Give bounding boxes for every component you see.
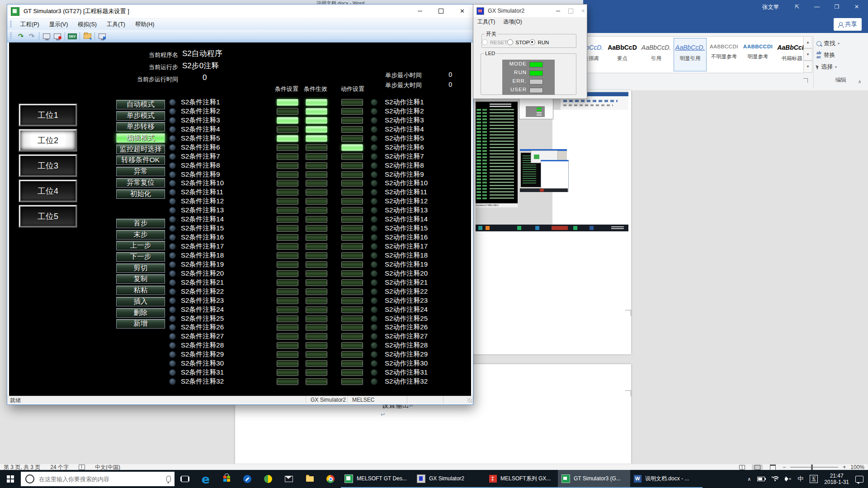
step-edit-button[interactable]: 复制 (116, 274, 165, 284)
ribbon-options-icon[interactable]: ⇱ (790, 3, 804, 11)
word-account-name[interactable]: 张文苹 (762, 4, 779, 11)
gt-titlebar[interactable]: GT Simulator3 (GT27) [工程标题未设置 ] ✕ (7, 5, 473, 18)
replace-button[interactable]: abac 替换 (816, 49, 865, 61)
taskbar-app-button[interactable]: 说明文档.docx - ... (630, 470, 703, 488)
dialog-launcher-icon[interactable] (803, 78, 808, 83)
gt-menu-item[interactable]: 帮助(H) (130, 21, 159, 28)
step-edit-button[interactable]: 剪切 (116, 263, 165, 273)
gt-menu-item[interactable]: 模拟(S) (73, 21, 102, 28)
proofing-icon[interactable] (79, 465, 85, 470)
zoom-in-button[interactable]: + (843, 464, 846, 470)
zoom-slider-thumb[interactable] (811, 465, 813, 470)
step-edit-button[interactable]: 删除 (116, 308, 165, 318)
clock[interactable]: 21:47 2018-1-31 (824, 473, 849, 485)
gx-menu-item[interactable]: 选项(O) (499, 18, 526, 26)
file-explorer-icon[interactable] (299, 470, 320, 488)
mode-button[interactable]: 转移条件OK (116, 155, 165, 165)
input-method-indicator[interactable]: 中 (797, 475, 803, 483)
start-button[interactable] (0, 470, 21, 488)
gallery-down-button[interactable]: ▼ (803, 48, 812, 61)
chrome-icon[interactable] (320, 470, 341, 488)
microphone-icon[interactable] (166, 476, 171, 482)
step-edit-button[interactable]: 上一步 (116, 241, 165, 250)
toolbar-separator[interactable] (65, 32, 65, 40)
word-minimize-button[interactable]: — (810, 3, 824, 11)
zoom-out-button[interactable]: − (783, 464, 786, 470)
open-project-icon[interactable] (82, 31, 92, 41)
print-layout-button[interactable] (752, 465, 763, 470)
store-icon[interactable] (216, 470, 237, 488)
simulate-stop-icon[interactable] (27, 31, 37, 41)
station-button[interactable]: 工位3 (19, 155, 77, 177)
find-button[interactable]: 查找 ▾ (816, 38, 865, 49)
web-layout-button[interactable] (767, 465, 778, 470)
mode-button[interactable]: 异常复位 (116, 178, 165, 188)
taskbar-app-button[interactable]: MELSOFT GT Des... (341, 470, 413, 488)
station-button[interactable]: 工位5 (19, 205, 77, 227)
read-mode-button[interactable] (736, 465, 747, 470)
step-edit-button[interactable]: 新增 (116, 319, 165, 328)
edge-icon[interactable] (195, 470, 216, 488)
switch-radio[interactable]: RUN (529, 39, 549, 45)
gallery-more-button[interactable]: ▼ (803, 61, 812, 73)
style-gallery-item[interactable]: AaBbCcD 要点 (606, 38, 639, 71)
gt-close-button[interactable]: ✕ (452, 5, 473, 18)
settings-tool-icon[interactable] (237, 470, 258, 488)
music-icon[interactable] (258, 470, 278, 488)
style-gallery-item[interactable]: AABBCCDI 不明显参考 (708, 38, 741, 71)
gt-minimize-button[interactable] (409, 5, 430, 18)
toolbar-separator[interactable] (80, 32, 80, 40)
resize-grip[interactable] (467, 398, 472, 403)
ime-mode-indicator[interactable]: 五 (810, 475, 818, 483)
collapse-ribbon-icon[interactable]: ∧ (858, 79, 861, 84)
mode-button[interactable]: 编辑模式 (116, 133, 165, 143)
step-edit-button[interactable]: 下一步 (116, 252, 165, 262)
station-button[interactable]: 工位1 (19, 104, 77, 126)
gt-menu-item[interactable]: 工具(T) (102, 21, 130, 28)
style-gallery-item[interactable]: AABBCCDI 明显参考 (741, 38, 774, 71)
share-button[interactable]: 共享 (834, 18, 862, 31)
switch-radio[interactable]: RESET (482, 39, 507, 45)
action-center-icon[interactable] (855, 476, 863, 483)
mode-button[interactable]: 单步转移 (116, 122, 165, 131)
taskbar-app-button[interactable]: GT Simulator3 (G... (558, 470, 630, 488)
step-edit-button[interactable]: 插入 (116, 297, 165, 306)
style-gallery-item[interactable]: AaBbCcD 书籍标题 (775, 38, 804, 71)
device-monitor-icon[interactable] (67, 31, 77, 41)
taskbar-app-button[interactable]: GX Simulator2 (413, 470, 486, 488)
volume-muted-icon[interactable]: × (785, 476, 791, 482)
mode-button[interactable]: 单步模式 (116, 111, 165, 121)
gx-menu-item[interactable]: 工具(T) (473, 18, 499, 26)
style-gallery-item[interactable]: AaBbCcD. 引用 (640, 38, 673, 71)
zoom-level[interactable]: 100% (850, 464, 864, 470)
step-edit-button[interactable]: 末步 (116, 230, 165, 239)
toolbar-separator[interactable] (39, 32, 39, 40)
gt-maximize-button[interactable] (430, 5, 452, 18)
station-button[interactable]: 工位2 (19, 129, 77, 151)
taskbar-search[interactable] (21, 472, 175, 486)
switch-radio[interactable]: STOP (507, 39, 529, 45)
gx-minimize-button[interactable] (556, 11, 560, 11)
select-button[interactable]: 选择 ▾ (816, 61, 865, 73)
task-view-icon[interactable] (175, 470, 195, 488)
simulate-start-icon[interactable] (16, 31, 26, 41)
gt-menu-item[interactable]: 工程(P) (15, 21, 44, 28)
station-button[interactable]: 工位4 (19, 180, 77, 202)
step-edit-button[interactable]: 首步 (116, 219, 165, 228)
wifi-icon[interactable] (771, 476, 778, 482)
search-input[interactable] (38, 475, 153, 483)
gt-menu-item[interactable]: 显示(V) (44, 21, 73, 28)
word-close-button[interactable]: ✕ (850, 3, 863, 11)
mode-button[interactable]: 异常 (116, 167, 165, 176)
mode-button[interactable]: 自动模式 (116, 100, 165, 109)
step-edit-button[interactable]: 粘粘 (116, 286, 165, 295)
mail-icon[interactable] (278, 470, 299, 488)
screen-monitor-icon[interactable] (97, 31, 107, 41)
mode-button[interactable]: 监控超时选择 (116, 145, 165, 154)
gallery-up-button[interactable]: ▲ (803, 36, 812, 48)
style-gallery-item[interactable]: AaBbCcD. 明显引用 (674, 38, 707, 71)
monitor-record-icon[interactable] (52, 31, 62, 41)
hidden-icons-chevron[interactable]: ∧ (747, 476, 751, 482)
zoom-slider[interactable] (790, 467, 838, 468)
battery-icon[interactable] (757, 477, 765, 481)
